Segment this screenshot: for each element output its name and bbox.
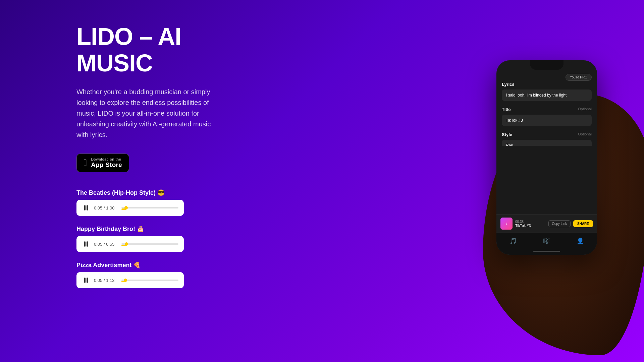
track-title-1: The Beatles (Hip-Hop Style) 😎 bbox=[76, 189, 278, 196]
pause-icon-1 bbox=[84, 205, 88, 210]
track-time-3: 0:05 / 1:13 bbox=[94, 278, 117, 283]
track-player-3: 0:05 / 1:13 bbox=[76, 272, 184, 288]
pause-icon-2 bbox=[84, 241, 88, 247]
nav-home-icon[interactable]: 🎵 bbox=[508, 236, 518, 246]
track-progress-1[interactable] bbox=[121, 207, 178, 208]
track-player-1: 0:05 / 1:00 bbox=[76, 200, 184, 216]
home-bar bbox=[533, 251, 560, 252]
hero-description: Whether you're a budding musician or sim… bbox=[76, 86, 217, 140]
player-thumbnail: ♪ bbox=[500, 218, 513, 230]
track-time-2: 0:05 / 0:55 bbox=[94, 242, 117, 247]
style-input[interactable] bbox=[502, 140, 592, 146]
player-time: 00:38 bbox=[515, 220, 546, 224]
track-item-3: Pizza Advertisment 🍕 0:05 / 1:13 bbox=[76, 261, 278, 288]
track-item-1: The Beatles (Hip-Hop Style) 😎 0:05 / 1:0… bbox=[76, 189, 278, 216]
lyrics-label: Lyrics bbox=[502, 82, 592, 87]
track-item-2: Happy Birthday Bro! 🎂 0:05 / 0:55 bbox=[76, 225, 278, 252]
track-title-2: Happy Birthday Bro! 🎂 bbox=[76, 225, 278, 233]
pause-button-3[interactable] bbox=[82, 276, 90, 284]
title-optional-label: Optional bbox=[578, 107, 592, 111]
track-progress-3[interactable] bbox=[121, 280, 178, 281]
style-optional-label: Optional bbox=[578, 132, 592, 136]
phone-notch bbox=[530, 60, 564, 70]
phone-player-bar: ♪ 00:38 TikTok #3 Copy Link SHARE bbox=[496, 215, 597, 232]
apple-icon:  bbox=[84, 158, 87, 168]
nav-profile-icon[interactable]: 👤 bbox=[575, 236, 585, 246]
track-progress-2[interactable] bbox=[121, 243, 178, 245]
phone-screen: You're PRO Lyrics Title Optional Style O… bbox=[496, 60, 597, 255]
pause-button-1[interactable] bbox=[82, 204, 90, 212]
title-label: Title Optional bbox=[502, 107, 592, 112]
phone-form-content: Lyrics Title Optional Style Optional Gen… bbox=[496, 60, 597, 146]
phone-home-indicator bbox=[496, 248, 597, 255]
style-label: Style Optional bbox=[502, 132, 592, 137]
track-title-3: Pizza Advertisment 🍕 bbox=[76, 261, 278, 269]
phone-frame: You're PRO Lyrics Title Optional Style O… bbox=[496, 60, 597, 255]
lyrics-input[interactable] bbox=[502, 89, 592, 101]
track-player-2: 0:05 / 0:55 bbox=[76, 236, 184, 252]
hero-title: LIDO – AI MUSIC bbox=[76, 23, 278, 76]
player-track-name: TikTok #3 bbox=[515, 224, 546, 228]
track-time-1: 0:05 / 1:00 bbox=[94, 205, 117, 210]
copy-link-button[interactable]: Copy Link bbox=[548, 220, 571, 227]
title-input[interactable] bbox=[502, 115, 592, 126]
app-store-text: Download on the App Store bbox=[91, 157, 122, 169]
pro-badge: You're PRO bbox=[566, 74, 592, 81]
share-button[interactable]: SHARE bbox=[573, 220, 593, 227]
pause-button-2[interactable] bbox=[82, 240, 90, 248]
player-info: 00:38 TikTok #3 bbox=[515, 220, 546, 228]
phone-area: You're PRO Lyrics Title Optional Style O… bbox=[382, 27, 644, 345]
pause-icon-3 bbox=[84, 278, 88, 283]
left-content: LIDO – AI MUSIC Whether you're a budding… bbox=[76, 23, 278, 298]
nav-library-icon[interactable]: 🎼 bbox=[542, 236, 552, 246]
phone-bottom-nav: 🎵 🎼 👤 bbox=[496, 232, 597, 248]
app-store-button[interactable]:  Download on the App Store bbox=[76, 154, 129, 172]
